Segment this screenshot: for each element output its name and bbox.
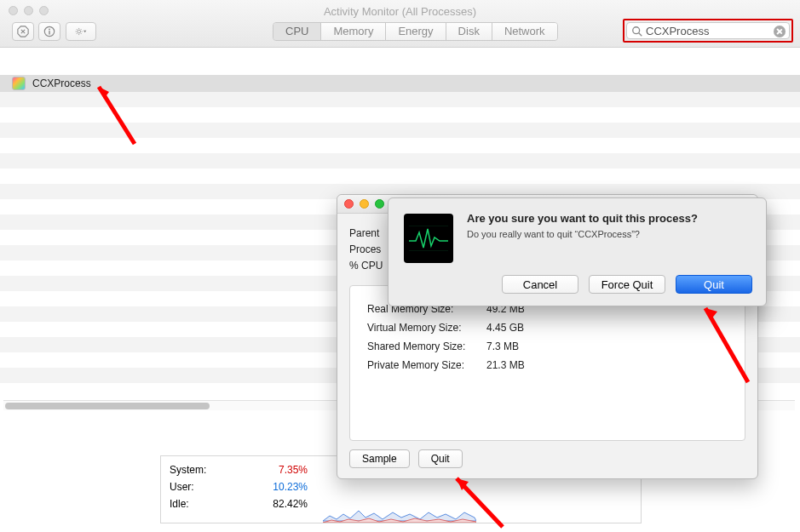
label-virt-mem: Virtual Memory Size: bbox=[367, 318, 486, 337]
list-row bbox=[0, 169, 800, 184]
svg-line-10 bbox=[81, 33, 82, 34]
cpu-stats-left: System: 7.35% User: 10.23% Idle: 82.42% bbox=[170, 461, 308, 512]
svg-point-13 bbox=[633, 27, 640, 34]
search-input[interactable]: CCXProcess bbox=[626, 22, 790, 39]
clear-search-icon[interactable] bbox=[774, 26, 786, 37]
process-window-traffic-lights[interactable] bbox=[344, 199, 384, 209]
svg-line-9 bbox=[77, 29, 78, 30]
process-name: CCXProcess bbox=[32, 77, 91, 89]
value-user: 10.23% bbox=[273, 478, 308, 495]
process-window-left-labels: Parent Proces % CPU bbox=[349, 226, 383, 274]
force-quit-button[interactable]: Force Quit bbox=[589, 275, 665, 294]
value-virt-mem: 4.45 GB bbox=[486, 318, 524, 337]
tab-memory[interactable]: Memory bbox=[321, 23, 386, 40]
svg-line-12 bbox=[77, 33, 78, 34]
quit-confirm-button[interactable]: Quit bbox=[676, 275, 752, 294]
options-menu-button[interactable] bbox=[66, 22, 96, 41]
svg-point-4 bbox=[78, 30, 81, 33]
label-system: System: bbox=[170, 461, 206, 478]
stop-process-button[interactable] bbox=[12, 22, 34, 41]
minimize-window-icon[interactable] bbox=[360, 199, 369, 209]
list-row bbox=[0, 60, 800, 75]
process-app-icon bbox=[12, 77, 26, 90]
chevron-down-icon bbox=[83, 31, 87, 32]
process-row-selected[interactable]: CCXProcess bbox=[0, 75, 800, 92]
value-priv-mem: 21.3 MB bbox=[486, 356, 525, 375]
close-window-icon[interactable] bbox=[344, 199, 354, 209]
quit-confirm-dialog: Are you sure you want to quit this proce… bbox=[388, 197, 767, 306]
label-process: Proces bbox=[349, 242, 383, 258]
tab-energy[interactable]: Energy bbox=[386, 23, 446, 40]
label-pct-cpu: % CPU bbox=[349, 258, 383, 274]
cpu-sparkline-icon bbox=[323, 497, 476, 523]
sample-button[interactable]: Sample bbox=[349, 449, 410, 468]
tab-cpu[interactable]: CPU bbox=[273, 23, 321, 40]
cancel-button[interactable]: Cancel bbox=[502, 275, 578, 294]
info-icon bbox=[43, 26, 55, 37]
value-system: 7.35% bbox=[279, 461, 308, 478]
label-priv-mem: Private Memory Size: bbox=[367, 356, 486, 375]
value-shared-mem: 7.3 MB bbox=[486, 337, 519, 356]
label-user: User: bbox=[170, 478, 194, 495]
list-row bbox=[0, 138, 800, 153]
svg-line-14 bbox=[639, 33, 642, 37]
list-row bbox=[0, 123, 800, 138]
scrollbar-thumb[interactable] bbox=[5, 403, 210, 409]
activity-monitor-icon bbox=[404, 214, 453, 263]
search-highlight: CCXProcess bbox=[623, 19, 793, 43]
gear-icon bbox=[75, 26, 87, 37]
label-shared-mem: Shared Memory Size: bbox=[367, 337, 486, 356]
quit-button[interactable]: Quit bbox=[418, 449, 463, 468]
tab-segment: CPU Memory Energy Disk Network bbox=[273, 22, 558, 41]
window-title: Activity Monitor (All Processes) bbox=[0, 5, 800, 18]
search-value: CCXProcess bbox=[646, 25, 709, 37]
octagon-x-icon bbox=[17, 26, 29, 37]
list-row bbox=[0, 92, 800, 107]
memory-detail-panel: Real Memory Size: 49.2 MB Virtual Memory… bbox=[349, 285, 745, 441]
tab-disk[interactable]: Disk bbox=[446, 23, 492, 40]
titlebar: Activity Monitor (All Processes) bbox=[0, 0, 800, 48]
zoom-window-icon[interactable] bbox=[375, 199, 384, 209]
value-idle: 82.42% bbox=[273, 495, 308, 512]
label-idle: Idle: bbox=[170, 495, 189, 512]
label-parent: Parent bbox=[349, 226, 383, 242]
alert-subtext: Do you really want to quit “CCXProcess”? bbox=[467, 229, 640, 239]
search-icon bbox=[631, 26, 643, 37]
inspect-process-button[interactable] bbox=[38, 22, 60, 41]
svg-point-2 bbox=[49, 29, 50, 31]
list-row bbox=[0, 107, 800, 123]
tab-network[interactable]: Network bbox=[492, 23, 557, 40]
svg-rect-3 bbox=[49, 31, 49, 34]
alert-heading: Are you sure you want to quit this proce… bbox=[467, 212, 698, 225]
list-row bbox=[0, 153, 800, 169]
svg-line-11 bbox=[81, 29, 82, 30]
